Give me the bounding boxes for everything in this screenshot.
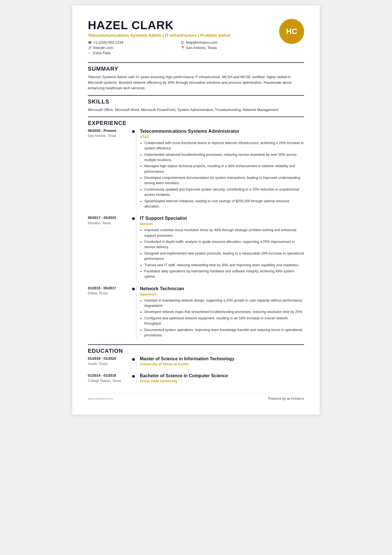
timeline-middle	[131, 356, 136, 368]
education-section: EDUCATION 01/2018 - 01/2020 Austin, Texa…	[88, 348, 304, 385]
timeline-left: 01/2014 - 01/2018 College Station, Texas	[88, 373, 131, 385]
experience-entry: 06/2020 - Present San Antonio, Texas Tel…	[88, 129, 304, 210]
bullet-list: Assisted in maintaining network design, …	[140, 298, 304, 338]
avatar: HC	[279, 19, 304, 44]
candidate-title: Telecommunications Systems Admin | IT In…	[88, 33, 274, 38]
bullet-list: Improved customer issue resolution times…	[140, 228, 304, 279]
email-value: help@enhancv.com	[186, 40, 218, 45]
timeline-left: 05/2017 - 05/2020 Houston, Texas	[88, 216, 131, 280]
edu-dates: 01/2014 - 01/2018	[88, 373, 128, 378]
timeline-right: IT Support Specialist Verizon Improved c…	[136, 216, 304, 280]
company-name: AT&T	[140, 135, 304, 139]
edu-location: Austin, Texas	[88, 362, 128, 366]
summary-divider	[88, 62, 304, 63]
edu-dates: 01/2018 - 01/2020	[88, 356, 128, 361]
experience-title: EXPERIENCE	[88, 120, 304, 126]
exp-location: Houston, Texas	[88, 221, 128, 225]
email-icon: @	[181, 41, 185, 45]
header-section: HAZEL CLARK Telecommunications Systems A…	[88, 19, 304, 56]
edu-degree: Bachelor of Science in Computer Science	[140, 373, 304, 378]
timeline-dot	[132, 375, 135, 378]
linkedin-value: linkedin.com	[93, 46, 113, 50]
bullet-list: Collaborated with cross-functional teams…	[140, 140, 304, 209]
timeline-right-edu: Master of Science in Information Technol…	[136, 356, 304, 368]
job-title: Telecommunications Systems Administrator	[140, 129, 304, 134]
skills-title: SKILLS	[88, 98, 304, 105]
linkedin-icon: 🔗	[88, 46, 92, 50]
location-icon: 📍	[181, 46, 185, 50]
footer-website: www.enhancv.com	[88, 397, 113, 400]
timeline-dot	[132, 217, 135, 220]
avatar-initials: HC	[286, 27, 297, 36]
contact-grid: ☎ +1-(234)-555-1234 @ help@enhancv.com 🔗…	[88, 40, 274, 56]
enhancv-logo: Powered by ∞ Enhancv	[268, 396, 304, 401]
summary-text: Telecom Systems Admin with 4+ years ensu…	[88, 74, 304, 91]
enhancv-symbol: ∞	[287, 396, 290, 401]
powered-by-label: Powered by	[268, 397, 286, 401]
timeline-dot	[132, 130, 135, 133]
timeline-middle	[131, 129, 136, 210]
email-item: @ help@enhancv.com	[181, 40, 274, 45]
timeline-right: Network Technician Spectrum Assisted in …	[136, 286, 304, 339]
phone-icon: ☎	[88, 41, 92, 45]
timeline-middle	[131, 286, 136, 339]
company-name: Spectrum	[140, 292, 304, 296]
exp-location: San Antonio, Texas	[88, 134, 128, 138]
education-entry: 01/2018 - 01/2020 Austin, Texas Master o…	[88, 356, 304, 368]
company-name: Verizon	[140, 222, 304, 226]
extra-value: Extra Field	[93, 51, 110, 55]
resume-page: HAZEL CLARK Telecommunications Systems A…	[72, 6, 320, 415]
edu-institution: Texas A&M University	[140, 379, 304, 383]
skills-section: SKILLS Microsoft Office, Microsoft Word,…	[88, 98, 304, 113]
job-title: IT Support Specialist	[140, 216, 304, 221]
education-timeline: 01/2018 - 01/2020 Austin, Texas Master o…	[88, 356, 304, 385]
location-item: 📍 San Antonio, Texas	[181, 46, 274, 50]
timeline-left: 01/2015 - 05/2017 Dallas, Texas	[88, 286, 131, 339]
phone-value: +1-(234)-555-1234	[93, 40, 123, 45]
education-entry: 01/2014 - 01/2018 College Station, Texas…	[88, 373, 304, 385]
experience-divider	[88, 117, 304, 117]
edu-institution: University of Texas at Austin	[140, 362, 304, 366]
phone-item: ☎ +1-(234)-555-1234	[88, 40, 181, 45]
experience-timeline: 06/2020 - Present San Antonio, Texas Tel…	[88, 129, 304, 339]
footer: www.enhancv.com Powered by ∞ Enhancv	[88, 393, 304, 401]
summary-section: SUMMARY Telecom Systems Admin with 4+ ye…	[88, 66, 304, 91]
location-value: San Antonio, Texas	[186, 46, 217, 50]
edu-location: College Station, Texas	[88, 379, 128, 383]
linkedin-item: 🔗 linkedin.com	[88, 46, 181, 50]
timeline-right-edu: Bachelor of Science in Computer Science …	[136, 373, 304, 385]
exp-location: Dallas, Texas	[88, 291, 128, 295]
timeline-left: 06/2020 - Present San Antonio, Texas	[88, 129, 131, 210]
job-title: Network Technician	[140, 286, 304, 292]
timeline-middle	[131, 373, 136, 385]
timeline-right: Telecommunications Systems Administrator…	[136, 129, 304, 210]
exp-dates: 01/2015 - 05/2017	[88, 286, 128, 291]
edu-degree: Master of Science in Information Technol…	[140, 356, 304, 361]
candidate-name: HAZEL CLARK	[88, 19, 274, 32]
brand-name: Enhancv	[291, 397, 304, 401]
exp-dates: 05/2017 - 05/2020	[88, 216, 128, 221]
experience-entry: 05/2017 - 05/2020 Houston, Texas IT Supp…	[88, 216, 304, 280]
star-icon: ☆	[88, 51, 92, 55]
timeline-dot	[132, 288, 135, 290]
education-title: EDUCATION	[88, 348, 304, 354]
skills-divider	[88, 95, 304, 96]
header-left: HAZEL CLARK Telecommunications Systems A…	[88, 19, 274, 56]
timeline-middle	[131, 216, 136, 280]
extra-item: ☆ Extra Field	[88, 51, 181, 55]
timeline-left: 01/2018 - 01/2020 Austin, Texas	[88, 356, 131, 368]
summary-title: SUMMARY	[88, 66, 304, 72]
education-divider	[88, 344, 304, 345]
exp-dates: 06/2020 - Present	[88, 129, 128, 134]
skills-text: Microsoft Office, Microsoft Word, Micros…	[88, 107, 304, 113]
experience-entry: 01/2015 - 05/2017 Dallas, Texas Network …	[88, 286, 304, 339]
experience-section: EXPERIENCE 06/2020 - Present San Antonio…	[88, 120, 304, 339]
timeline-dot	[132, 358, 135, 361]
